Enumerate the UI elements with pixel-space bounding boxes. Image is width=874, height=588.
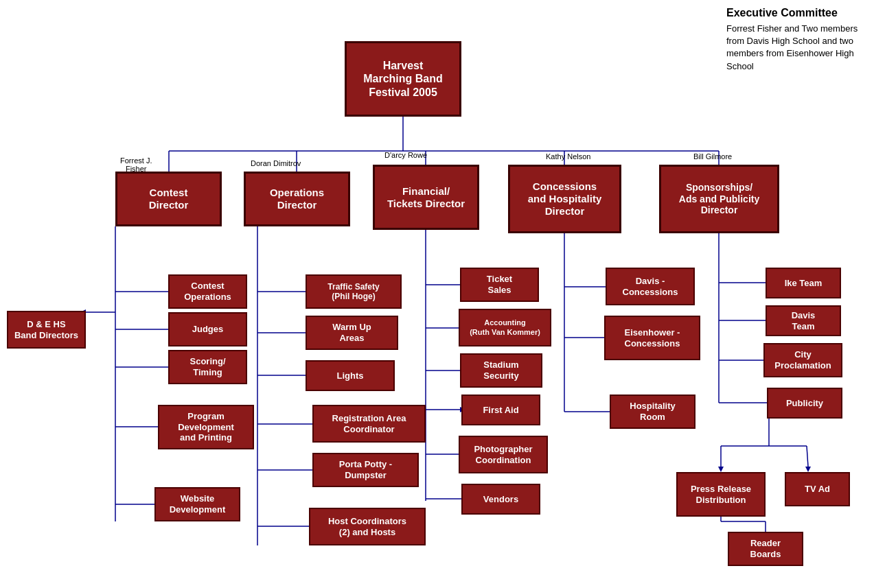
city-proc-node: CityProclamation	[763, 343, 842, 377]
lights-node: Lights	[306, 360, 395, 391]
davis-team-node: DavisTeam	[766, 305, 841, 336]
de-hs-node: D & E HSBand Directors	[7, 311, 86, 349]
stadium-security-node: StadiumSecurity	[460, 353, 542, 388]
exec-committee-text: Forrest Fisher and Two members from Davi…	[726, 23, 864, 73]
scoring-node: Scoring/Timing	[168, 350, 247, 384]
reader-boards-node: ReaderBoards	[728, 532, 803, 566]
root-node: Harvest Marching Band Festival 2005	[345, 41, 461, 117]
reg-area-node: Registration AreaCoordinator	[312, 405, 426, 443]
warm-up-node: Warm UpAreas	[306, 316, 398, 350]
tv-ad-node: TV Ad	[785, 472, 850, 506]
root-label: Harvest Marching Band Festival 2005	[363, 59, 443, 99]
davis-conc-node: Davis -Concessions	[606, 268, 695, 305]
sponsorships-director-node: Sponsorships/Ads and PublicityDirector	[659, 165, 779, 233]
traffic-safety-node: Traffic Safety(Phil Hoge)	[306, 274, 402, 309]
ticket-sales-node: TicketSales	[460, 268, 539, 302]
website-node: WebsiteDevelopment	[154, 487, 240, 521]
org-chart: Executive Committee Forrest Fisher and T…	[0, 0, 874, 588]
ike-team-node: Ike Team	[766, 268, 841, 298]
person-financial: D'arcy Rowe	[384, 151, 427, 159]
publicity-node: Publicity	[767, 388, 842, 419]
financial-director-node: Financial/Tickets Director	[373, 165, 479, 230]
exec-committee-box: Executive Committee Forrest Fisher and T…	[726, 7, 864, 73]
first-aid-node: First Aid	[461, 395, 540, 425]
judges-node: Judges	[168, 312, 247, 346]
program-dev-node: ProgramDevelopmentand Printing	[158, 405, 254, 449]
exec-committee-title: Executive Committee	[726, 7, 864, 19]
press-release-node: Press ReleaseDistribution	[676, 472, 766, 517]
person-ops: Doran Dimitrov	[251, 159, 301, 167]
accounting-node: Accounting(Ruth Van Kommer)	[459, 309, 551, 346]
person-sponsorships: Bill Gilmore	[693, 152, 732, 161]
svg-marker-65	[718, 467, 724, 472]
contest-director-node: ContestDirector	[115, 172, 222, 226]
person-contest: Forrest J.Fisher	[120, 156, 152, 173]
svg-marker-67	[805, 467, 811, 472]
photo-coord-node: PhotographerCoordination	[459, 436, 548, 473]
porta-potty-node: Porta Potty -Dumpster	[312, 453, 419, 487]
ops-director-node: OperationsDirector	[244, 172, 350, 226]
hosp-room-node: HospitalityRoom	[610, 395, 695, 429]
ike-conc-node: Eisenhower -Concessions	[604, 316, 700, 360]
contest-ops-node: ContestOperations	[168, 274, 247, 309]
person-concessions: Kathy Nelson	[546, 152, 590, 161]
concessions-director-node: Concessionsand HospitalityDirector	[508, 165, 621, 233]
host-coord-node: Host Coordinators(2) and Hosts	[309, 508, 426, 545]
svg-line-66	[807, 446, 808, 467]
vendors-node: Vendors	[461, 484, 540, 515]
